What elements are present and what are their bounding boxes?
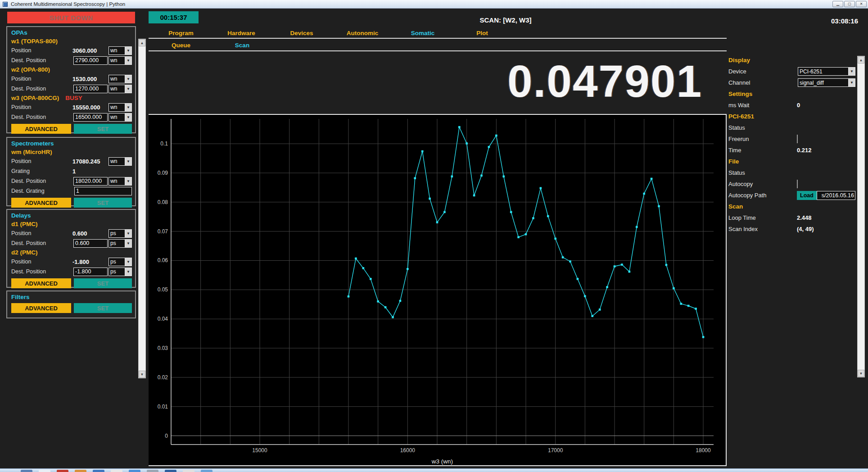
- shutdown-button[interactable]: SHUT DOWN: [7, 12, 135, 23]
- taskbar-icon[interactable]: [201, 470, 212, 472]
- filters-advanced-button[interactable]: ADVANCED: [11, 303, 71, 313]
- load-button[interactable]: Load: [797, 191, 817, 200]
- titlebar[interactable]: Coherent Multidimensional Spectroscopy |…: [0, 0, 868, 9]
- wm-dest-input[interactable]: [73, 177, 108, 186]
- w2-dest-row: Dest. Position wn ▼: [7, 84, 135, 94]
- d2-units-dropdown[interactable]: ps ▼: [108, 258, 132, 266]
- d1-dest-input[interactable]: [73, 239, 108, 248]
- channel-dropdown[interactable]: signal_diff ▼: [798, 78, 855, 87]
- minimize-icon[interactable]: ▁: [832, 1, 843, 7]
- chevron-down-icon: ▼: [848, 68, 855, 75]
- device-dropdown[interactable]: PCI-6251 ▼: [798, 67, 855, 76]
- position-label: Position: [11, 47, 72, 54]
- pci-status-label: Status: [728, 124, 797, 131]
- wm-label: wm (MicroHR): [11, 149, 52, 155]
- scan-status-label: SCAN: [W2, W3]: [480, 16, 532, 24]
- w1-dest-input[interactable]: [73, 56, 108, 65]
- w2-label: w2 (OPA-800): [11, 66, 50, 73]
- taskbar-icon[interactable]: [129, 470, 140, 472]
- svg-text:w3 (wn): w3 (wn): [431, 458, 453, 465]
- dest-position-label: Dest. Position: [11, 57, 73, 64]
- elapsed-timer: 00:15:37: [149, 11, 199, 23]
- taskbar-icon[interactable]: [165, 470, 176, 472]
- d1-dest-units-dropdown[interactable]: ps ▼: [108, 239, 132, 248]
- device-row: Device PCI-6251 ▼: [728, 66, 855, 77]
- tab-hardware[interactable]: Hardware: [227, 30, 255, 36]
- taskbar[interactable]: [0, 468, 868, 472]
- d1-position-value: 0.600: [72, 230, 108, 237]
- opas-group: OPAs w1 (TOPAS-800) Position 3060.000 wn…: [6, 26, 136, 133]
- scroll-down-icon[interactable]: ▼: [139, 371, 145, 378]
- opas-set-button[interactable]: SET: [74, 124, 132, 134]
- chevron-down-icon: ▼: [125, 104, 131, 111]
- w3-dest-input[interactable]: [73, 113, 108, 122]
- taskbar-icon[interactable]: [183, 470, 194, 472]
- d2-label: d2 (PMC): [11, 249, 38, 256]
- app-icon: [3, 2, 8, 7]
- filters-group: Filters ADVANCED SET: [6, 290, 136, 318]
- dest-position-label: Dest. Position: [11, 86, 73, 92]
- clock: 03:08:16: [831, 17, 858, 25]
- dest-position-label: Dest. Position: [11, 240, 73, 246]
- w2-units-dropdown[interactable]: wn ▼: [108, 75, 132, 83]
- d2-dest-units-dropdown[interactable]: ps ▼: [108, 268, 132, 276]
- scroll-up-icon[interactable]: ▲: [139, 39, 145, 46]
- spectrometers-set-button[interactable]: SET: [74, 198, 132, 208]
- tab-program[interactable]: Program: [168, 30, 194, 36]
- wm-position-value: 17080.245: [72, 158, 108, 165]
- settings-scrollbar[interactable]: ▲ ▼: [857, 56, 865, 377]
- taskbar-icon[interactable]: [93, 470, 104, 472]
- wm-grating-row: Grating 1: [7, 166, 135, 176]
- spectrometers-advanced-button[interactable]: ADVANCED: [11, 198, 71, 208]
- opas-advanced-button[interactable]: ADVANCED: [11, 124, 71, 134]
- w1-dest-units-dropdown[interactable]: wn ▼: [108, 56, 132, 65]
- tab-somatic[interactable]: Somatic: [411, 30, 435, 36]
- w1-units-dropdown[interactable]: wn ▼: [108, 46, 132, 55]
- d1-dest-row: Dest. Position ps ▼: [7, 238, 135, 248]
- autocopy-path-row: Autocopy Path Load: [728, 190, 855, 201]
- taskbar-icon[interactable]: [75, 470, 86, 472]
- position-label: Position: [11, 230, 72, 236]
- w2-dest-units-dropdown[interactable]: wn ▼: [108, 85, 132, 93]
- w3-units-dropdown[interactable]: wn ▼: [108, 103, 132, 112]
- delays-set-button[interactable]: SET: [74, 278, 132, 288]
- tab-autonomic[interactable]: Autonomic: [347, 30, 379, 36]
- d2-dest-input[interactable]: [73, 268, 108, 276]
- tab-queue[interactable]: Queue: [172, 42, 190, 49]
- autocopy-checkbox[interactable]: [797, 180, 798, 188]
- filters-set-button[interactable]: SET: [74, 303, 132, 313]
- taskbar-icon[interactable]: [57, 470, 68, 472]
- autocopy-path-input[interactable]: [817, 191, 855, 200]
- w3-busy-badge: BUSY: [65, 95, 82, 101]
- chevron-down-icon: ▼: [125, 113, 131, 121]
- file-status-label: Status: [728, 169, 797, 176]
- w2-dest-input[interactable]: [73, 85, 108, 93]
- ms-wait-value: 0: [797, 102, 855, 109]
- tab-divider: [149, 38, 727, 39]
- close-icon[interactable]: ✕: [856, 1, 867, 7]
- taskbar-icon[interactable]: [147, 470, 158, 472]
- taskbar-icon[interactable]: [111, 470, 122, 472]
- scroll-up-icon[interactable]: ▲: [858, 56, 864, 64]
- spectrometers-group: Spectrometers wm (MicroHR) Position 1708…: [6, 137, 136, 206]
- taskbar-icon[interactable]: [39, 470, 50, 472]
- scroll-down-icon[interactable]: ▼: [858, 370, 864, 377]
- freerun-checkbox[interactable]: [797, 135, 798, 143]
- w3-dest-units-dropdown[interactable]: wn ▼: [108, 113, 132, 122]
- chevron-down-icon: ▼: [125, 268, 131, 276]
- wm-dest-units-dropdown[interactable]: wn ▼: [108, 177, 132, 186]
- plot-canvas: 00.010.020.030.040.050.060.070.080.090.1…: [149, 115, 725, 465]
- main-scrollbar[interactable]: ▲ ▼: [138, 39, 146, 378]
- wm-dest-grating-input[interactable]: [74, 187, 132, 195]
- svg-text:0.1: 0.1: [160, 141, 168, 147]
- delays-advanced-button[interactable]: ADVANCED: [11, 278, 71, 288]
- taskbar-icon[interactable]: [21, 470, 32, 472]
- tab-devices[interactable]: Devices: [290, 30, 313, 36]
- d1-units-dropdown[interactable]: ps ▼: [108, 229, 132, 238]
- position-label: Position: [11, 158, 72, 164]
- tab-plot[interactable]: Plot: [476, 30, 488, 36]
- maximize-icon[interactable]: ▢: [844, 1, 855, 7]
- tab-scan[interactable]: Scan: [235, 42, 249, 49]
- time-value: 0.212: [797, 147, 855, 154]
- wm-units-dropdown[interactable]: wn ▼: [108, 157, 132, 166]
